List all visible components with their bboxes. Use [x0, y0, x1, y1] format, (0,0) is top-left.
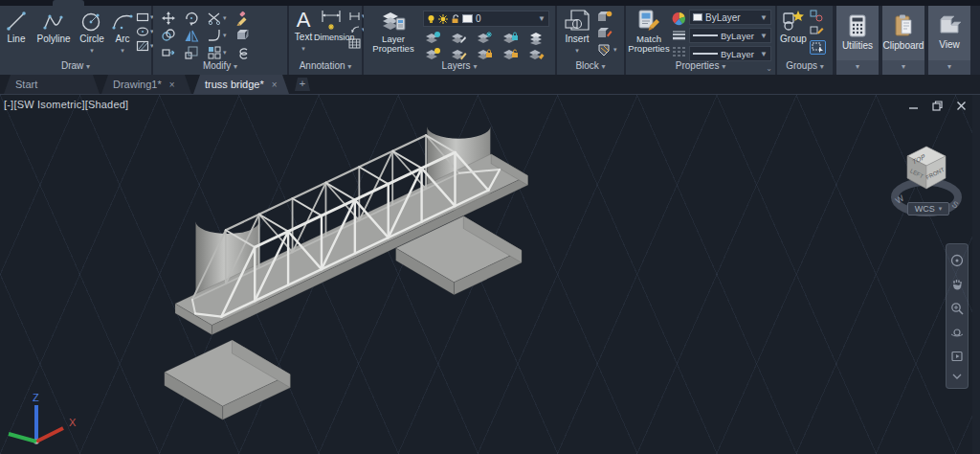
navigation-wheel-icon[interactable] — [950, 254, 964, 267]
group-selection-toggle[interactable] — [810, 40, 826, 55]
linetype-icon[interactable] — [672, 46, 686, 58]
leader-tool[interactable]: ▾ — [348, 25, 366, 34]
new-tab-button[interactable]: + — [295, 78, 310, 91]
panel-label-annotation[interactable]: Annotation ▾ — [289, 60, 362, 73]
layer-match-icon[interactable] — [528, 31, 545, 45]
zoom-icon[interactable] — [950, 302, 964, 315]
panel-annotation: A Text ▾ Dimension ▾ ▾ Annot — [289, 6, 362, 75]
panel-label-groups[interactable]: Groups ▾ — [777, 60, 833, 73]
block-attributes-icon[interactable] — [597, 43, 612, 57]
create-block-icon[interactable] — [597, 11, 612, 24]
dim-linear-tool[interactable]: ▾ — [348, 11, 366, 21]
copy-icon[interactable] — [161, 28, 176, 43]
array-icon[interactable] — [207, 45, 222, 60]
edit-block-icon[interactable] — [597, 27, 612, 40]
arc-button[interactable]: Arc ▾ — [109, 9, 136, 55]
layer-properties-button[interactable]: Layer Properties — [368, 9, 419, 54]
ellipse-tool[interactable]: ▾ — [136, 26, 154, 37]
layer-unlock2-icon[interactable] — [502, 47, 519, 61]
text-dropdown[interactable]: ▾ — [301, 45, 305, 52]
group-icon — [781, 9, 806, 34]
panel-label-draw[interactable]: Draw ▾ — [0, 60, 151, 73]
panel-clipboard[interactable]: Clipboard ▾ — [882, 6, 924, 75]
stretch-icon[interactable] — [161, 45, 176, 60]
showmotion-icon[interactable] — [950, 350, 964, 363]
match-properties-button[interactable]: Match Properties — [628, 9, 670, 54]
view-expand[interactable]: ▾ — [928, 60, 970, 75]
layer-off-icon[interactable] — [425, 31, 441, 45]
panel-groups: Group Groups ▾ — [777, 6, 833, 75]
svg-text:A: A — [297, 9, 311, 32]
minimize-icon[interactable] — [908, 101, 919, 111]
panel-label-modify[interactable]: Modify ▾ — [153, 60, 287, 73]
insert-dropdown[interactable]: ▾ — [575, 47, 579, 54]
panel-label-block[interactable]: Block ▾ — [557, 60, 624, 73]
polyline-button[interactable]: Polyline — [33, 9, 75, 44]
table-icon[interactable] — [348, 38, 361, 49]
group-button[interactable]: Group — [779, 9, 808, 44]
lineweight-value: ByLayer — [721, 31, 754, 41]
calculator-icon — [848, 14, 867, 37]
layer-isolate-icon[interactable] — [451, 31, 467, 45]
layer-on2-icon[interactable] — [425, 47, 441, 61]
panel-utilities[interactable]: Utilities ▾ — [836, 6, 879, 75]
panel-layers: Layer Properties 0 ▼ — [364, 6, 555, 75]
lineweight-dropdown[interactable]: ByLayer ▼ — [689, 28, 771, 43]
group-selection-icon — [812, 42, 824, 53]
offset-icon[interactable] — [234, 45, 250, 60]
panel-label-properties[interactable]: Properties ▾ — [626, 60, 775, 73]
rotate-icon[interactable] — [184, 11, 199, 26]
close-drawing1-icon[interactable]: × — [169, 79, 175, 90]
viewport-controls-label[interactable]: [-][SW Isometric][Shaded] — [4, 99, 128, 110]
lineweight-icon[interactable] — [672, 30, 686, 42]
line-button[interactable]: Line — [2, 9, 31, 44]
panel-properties: Match Properties ByLayer ▼ ByLayer — [626, 6, 775, 75]
object-color-dropdown[interactable]: ByLayer ▼ — [689, 10, 771, 25]
close-icon[interactable] — [956, 101, 967, 111]
layer-freeze-icon[interactable] — [477, 31, 493, 45]
linetype-dropdown[interactable]: ByLayer ▼ — [689, 46, 771, 61]
tab-start[interactable]: Start — [4, 75, 100, 94]
drawing-viewport[interactable]: [-][SW Isometric][Shaded] W S TOP LEFT F… — [0, 94, 980, 454]
circle-dropdown[interactable]: ▾ — [90, 47, 94, 54]
dimension-button[interactable]: Dimension — [314, 9, 348, 42]
wcs-button[interactable]: WCS ▾ — [907, 202, 949, 216]
layer-thaw-icon — [438, 14, 448, 24]
arc-dropdown[interactable]: ▾ — [121, 47, 124, 54]
tab-truss-bridge[interactable]: truss bridge* × — [193, 75, 289, 94]
layer-lock2-icon[interactable] — [477, 47, 493, 61]
layer-edit-icon[interactable] — [451, 47, 467, 61]
text-button[interactable]: A Text ▾ — [291, 9, 316, 53]
utilities-expand[interactable]: ▾ — [836, 60, 879, 75]
insert-button[interactable]: Insert ▾ — [561, 9, 593, 55]
layer-paint-icon[interactable] — [528, 47, 545, 61]
navbar-more-icon[interactable] — [952, 374, 962, 379]
clipboard-icon — [894, 14, 913, 37]
move-icon[interactable] — [161, 11, 176, 26]
properties-expander[interactable]: ⌄ — [766, 64, 772, 73]
mirror-icon[interactable] — [184, 28, 199, 43]
rectangle-tool[interactable]: ▾ — [136, 11, 154, 23]
ungroup-icon[interactable] — [810, 10, 824, 22]
fillet-icon[interactable] — [207, 28, 222, 43]
close-truss-bridge-icon[interactable]: × — [272, 79, 278, 90]
viewport-window-buttons — [908, 101, 967, 111]
panel-label-layers[interactable]: Layers ▾ — [364, 60, 555, 73]
scale-icon[interactable] — [184, 45, 199, 60]
clipboard-expand[interactable]: ▾ — [882, 60, 924, 75]
panel-view[interactable]: View ▾ — [928, 6, 970, 75]
restore-icon[interactable] — [932, 101, 943, 111]
explode-icon[interactable] — [234, 28, 250, 43]
truss-bridge-model[interactable] — [0, 95, 980, 454]
tab-drawing1[interactable]: Drawing1* × — [101, 75, 191, 94]
layer-select-dropdown[interactable]: 0 ▼ — [423, 11, 549, 27]
circle-button[interactable]: Circle ▾ — [77, 9, 107, 55]
orbit-icon[interactable] — [950, 326, 964, 339]
erase-icon[interactable] — [234, 11, 250, 26]
group-edit-icon[interactable] — [810, 25, 824, 37]
trim-icon[interactable] — [207, 11, 222, 26]
hatch-tool[interactable]: ▾ — [136, 40, 154, 52]
color-wheel-icon[interactable] — [672, 11, 686, 26]
layer-lock-icon[interactable] — [502, 31, 519, 45]
pan-icon[interactable] — [950, 278, 964, 291]
